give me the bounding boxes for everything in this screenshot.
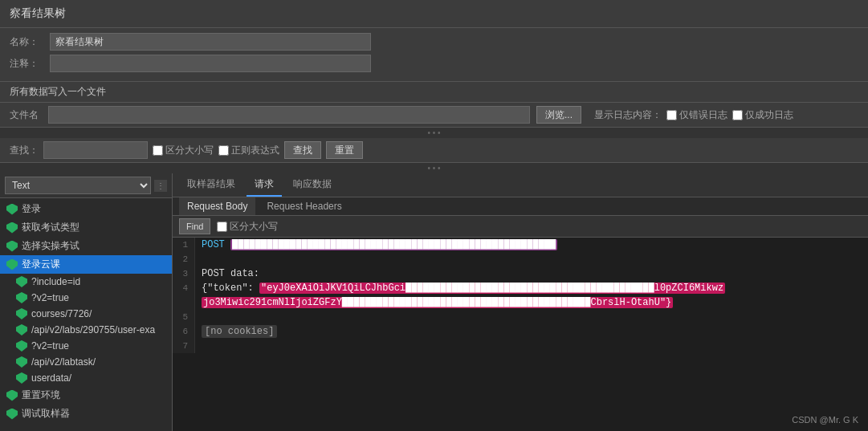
tree-item-label: 调试取样器 — [22, 407, 70, 421]
tree-item-userdata[interactable]: userdata/ — [0, 370, 172, 386]
reset-button[interactable]: 重置 — [326, 141, 363, 159]
find-button[interactable]: 查找 — [284, 141, 321, 159]
tree-item-label: courses/7726/ — [31, 308, 92, 319]
tab-request[interactable]: 请求 — [247, 173, 282, 197]
code-line: 4{"token": "eyJ0eXAiOiJKV1QiLCJhbGci████… — [173, 281, 868, 295]
success-log-checkbox[interactable] — [732, 110, 743, 120]
comment-label: 注释： — [10, 57, 50, 71]
sub-tabs: Request Body Request Headers — [173, 197, 868, 216]
log-display-label: 显示日志内容： — [594, 108, 662, 122]
error-log-label[interactable]: 仅错误日志 — [666, 108, 727, 122]
file-row: 文件名 浏览... 显示日志内容： 仅错误日志 仅成功日志 — [0, 103, 868, 128]
tab-response-data[interactable]: 响应数据 — [285, 173, 340, 197]
code-area[interactable]: 1POST ██████████████████████████████████… — [173, 238, 868, 431]
name-label: 名称： — [10, 35, 50, 49]
code-find-button[interactable]: Find — [179, 218, 210, 234]
left-panel-header: Text XML JSON HTML ⋮ — [0, 173, 172, 198]
tree-item-label: ?v2=true — [31, 292, 69, 303]
regex-label[interactable]: 正则表达式 — [218, 144, 279, 157]
panel-resize-button[interactable]: ⋮ — [154, 180, 167, 192]
code-case-label[interactable]: 区分大小写 — [217, 220, 278, 234]
success-log-label[interactable]: 仅成功日志 — [732, 108, 793, 122]
sub-tab-request-body[interactable]: Request Body — [179, 197, 255, 215]
format-dropdown[interactable]: Text XML JSON HTML — [5, 177, 151, 194]
case-sensitive-label[interactable]: 区分大小写 — [153, 144, 214, 157]
browse-button[interactable]: 浏览... — [536, 106, 581, 124]
shield-icon — [6, 390, 18, 401]
tree-item-debug-sampler[interactable]: 调试取样器 — [0, 405, 172, 423]
tree-item-label: 选择实操考试 — [22, 239, 79, 253]
line-content — [195, 310, 202, 324]
line-number — [173, 295, 195, 310]
shield-icon — [6, 241, 18, 252]
code-line: 2 — [173, 252, 868, 266]
file-input[interactable] — [48, 106, 530, 124]
code-line: 3POST data: — [173, 266, 868, 281]
name-row: 名称： — [10, 33, 858, 51]
page-title: 察看结果树 — [10, 6, 66, 19]
tree-item-login[interactable]: 登录 — [0, 200, 172, 218]
title-bar: 察看结果树 — [0, 0, 868, 28]
separator-top[interactable]: • • • — [0, 128, 868, 138]
code-toolbar: Find 区分大小写 — [173, 216, 868, 238]
shield-icon — [16, 340, 27, 352]
tree-item-api-labtask[interactable]: /api/v2/labtask/ — [0, 354, 172, 370]
tree-item-include-id[interactable]: ?include=id — [0, 274, 172, 290]
code-case-checkbox[interactable] — [217, 222, 227, 232]
shield-icon — [6, 259, 18, 270]
all-data-hint-row: 所有数据写入一个文件 — [0, 82, 868, 103]
search-input[interactable] — [43, 141, 148, 159]
right-panel: 取样器结果 请求 响应数据 Request Body Request Heade… — [173, 173, 868, 431]
tree-view: 登录获取考试类型选择实操考试登录云课?include=id?v2=truecou… — [0, 198, 172, 425]
line-number: 1 — [173, 238, 195, 252]
tree-item-label: 登录 — [22, 202, 41, 216]
error-log-checkbox[interactable] — [666, 110, 677, 120]
tree-item-label: 获取考试类型 — [22, 221, 79, 234]
code-line: 1POST ██████████████████████████████████… — [173, 238, 868, 252]
tree-item-reset-env[interactable]: 重置环境 — [0, 386, 172, 405]
tree-item-courses[interactable]: courses/7726/ — [0, 306, 172, 322]
tree-item-label: /api/v2/labtask/ — [31, 356, 96, 368]
search-label: 查找： — [10, 144, 39, 157]
log-options: 显示日志内容： 仅错误日志 仅成功日志 — [594, 108, 793, 122]
line-content: POST data: — [195, 266, 259, 281]
shield-icon — [6, 409, 18, 420]
tree-item-v2true1[interactable]: ?v2=true — [0, 290, 172, 306]
tree-item-v2true2[interactable]: ?v2=true — [0, 338, 172, 354]
separator-bottom[interactable]: • • • — [0, 163, 868, 173]
tree-item-api-labs[interactable]: /api/v2/labs/290755/user-exa — [0, 322, 172, 338]
case-sensitive-checkbox[interactable] — [153, 145, 163, 156]
tree-item-select-exam[interactable]: 选择实操考试 — [0, 237, 172, 255]
sub-tab-request-headers[interactable]: Request Headers — [259, 197, 349, 215]
shield-icon — [16, 372, 27, 384]
name-input[interactable] — [50, 33, 371, 51]
code-line: jo3Miwic291cmNlIjoiZGFzY████████████████… — [173, 295, 868, 310]
shield-icon — [16, 324, 27, 335]
line-content: {"token": "eyJ0eXAiOiJKV1QiLCJhbGci█████… — [195, 281, 725, 295]
line-number: 4 — [173, 281, 195, 295]
watermark: CSDN @Mr. G K — [792, 415, 858, 425]
left-panel: Text XML JSON HTML ⋮ 登录获取考试类型选择实操考试登录云课?… — [0, 173, 173, 431]
tree-item-label: 登录云课 — [22, 258, 60, 271]
code-line: 5 — [173, 310, 868, 324]
line-content: jo3Miwic291cmNlIjoiZGFzY████████████████… — [195, 295, 673, 310]
comment-input[interactable] — [50, 55, 371, 72]
tree-item-label: 重置环境 — [22, 388, 60, 402]
main-tabs: 取样器结果 请求 响应数据 — [173, 173, 868, 197]
search-bar: 查找： 区分大小写 正则表达式 查找 重置 — [0, 138, 868, 163]
tab-sampler-result[interactable]: 取样器结果 — [179, 173, 243, 197]
line-content: POST ███████████████████████████████████… — [195, 238, 557, 252]
shield-icon — [6, 222, 18, 234]
tree-item-get-exam-types[interactable]: 获取考试类型 — [0, 218, 172, 237]
tree-item-login-course[interactable]: 登录云课 — [0, 255, 172, 274]
code-line: 6[no cookies] — [173, 324, 868, 339]
line-content — [195, 339, 202, 353]
shield-icon — [16, 292, 27, 303]
shield-icon — [16, 276, 27, 287]
line-content: [no cookies] — [195, 324, 277, 339]
shield-icon — [16, 356, 27, 368]
regex-checkbox[interactable] — [218, 145, 229, 156]
code-line: 7 — [173, 339, 868, 353]
line-number: 2 — [173, 252, 195, 266]
shield-icon — [16, 308, 27, 319]
